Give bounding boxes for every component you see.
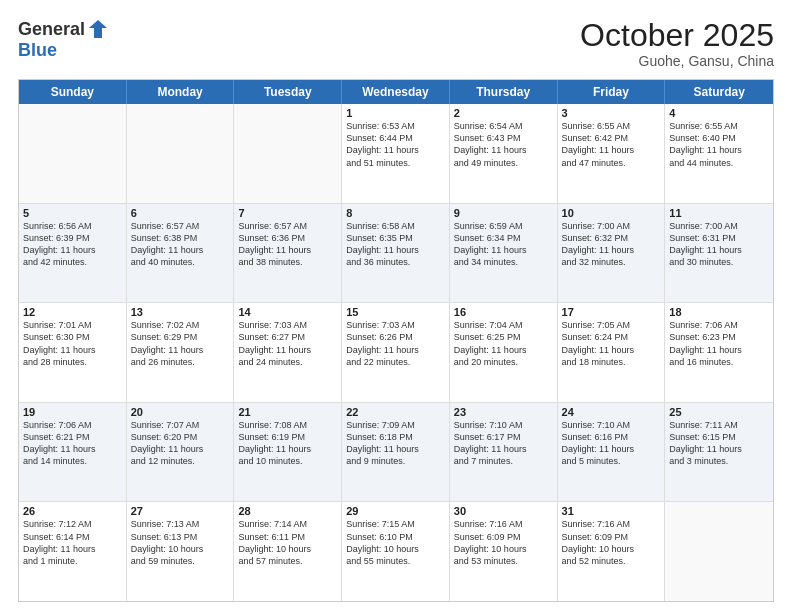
cell-text-r4-c2: Sunrise: 7:14 AM Sunset: 6:11 PM Dayligh… bbox=[238, 518, 337, 567]
cell-text-r2-c3: Sunrise: 7:03 AM Sunset: 6:26 PM Dayligh… bbox=[346, 319, 445, 368]
cal-cell-r2-c6: 18Sunrise: 7:06 AM Sunset: 6:23 PM Dayli… bbox=[665, 303, 773, 402]
logo-bird-icon bbox=[87, 18, 109, 40]
day-number-13: 13 bbox=[131, 306, 230, 318]
cell-text-r4-c3: Sunrise: 7:15 AM Sunset: 6:10 PM Dayligh… bbox=[346, 518, 445, 567]
day-number-26: 26 bbox=[23, 505, 122, 517]
cell-text-r3-c4: Sunrise: 7:10 AM Sunset: 6:17 PM Dayligh… bbox=[454, 419, 553, 468]
cal-cell-r1-c1: 6Sunrise: 6:57 AM Sunset: 6:38 PM Daylig… bbox=[127, 204, 235, 303]
cell-text-r2-c2: Sunrise: 7:03 AM Sunset: 6:27 PM Dayligh… bbox=[238, 319, 337, 368]
cal-cell-r1-c6: 11Sunrise: 7:00 AM Sunset: 6:31 PM Dayli… bbox=[665, 204, 773, 303]
cal-cell-r4-c4: 30Sunrise: 7:16 AM Sunset: 6:09 PM Dayli… bbox=[450, 502, 558, 601]
cell-text-r1-c3: Sunrise: 6:58 AM Sunset: 6:35 PM Dayligh… bbox=[346, 220, 445, 269]
cal-cell-r3-c2: 21Sunrise: 7:08 AM Sunset: 6:19 PM Dayli… bbox=[234, 403, 342, 502]
cal-cell-r1-c0: 5Sunrise: 6:56 AM Sunset: 6:39 PM Daylig… bbox=[19, 204, 127, 303]
cal-cell-r4-c2: 28Sunrise: 7:14 AM Sunset: 6:11 PM Dayli… bbox=[234, 502, 342, 601]
cal-cell-r0-c5: 3Sunrise: 6:55 AM Sunset: 6:42 PM Daylig… bbox=[558, 104, 666, 203]
cal-cell-r3-c3: 22Sunrise: 7:09 AM Sunset: 6:18 PM Dayli… bbox=[342, 403, 450, 502]
calendar-row-3: 19Sunrise: 7:06 AM Sunset: 6:21 PM Dayli… bbox=[19, 402, 773, 502]
day-number-21: 21 bbox=[238, 406, 337, 418]
logo-blue-text: Blue bbox=[18, 40, 57, 61]
day-number-18: 18 bbox=[669, 306, 769, 318]
day-number-1: 1 bbox=[346, 107, 445, 119]
header-friday: Friday bbox=[558, 80, 666, 104]
cal-cell-r2-c0: 12Sunrise: 7:01 AM Sunset: 6:30 PM Dayli… bbox=[19, 303, 127, 402]
cal-cell-r2-c3: 15Sunrise: 7:03 AM Sunset: 6:26 PM Dayli… bbox=[342, 303, 450, 402]
day-number-31: 31 bbox=[562, 505, 661, 517]
cell-text-r2-c4: Sunrise: 7:04 AM Sunset: 6:25 PM Dayligh… bbox=[454, 319, 553, 368]
cell-text-r2-c5: Sunrise: 7:05 AM Sunset: 6:24 PM Dayligh… bbox=[562, 319, 661, 368]
cell-text-r3-c3: Sunrise: 7:09 AM Sunset: 6:18 PM Dayligh… bbox=[346, 419, 445, 468]
cell-text-r3-c2: Sunrise: 7:08 AM Sunset: 6:19 PM Dayligh… bbox=[238, 419, 337, 468]
cal-cell-r2-c2: 14Sunrise: 7:03 AM Sunset: 6:27 PM Dayli… bbox=[234, 303, 342, 402]
cell-text-r4-c4: Sunrise: 7:16 AM Sunset: 6:09 PM Dayligh… bbox=[454, 518, 553, 567]
cal-cell-r1-c3: 8Sunrise: 6:58 AM Sunset: 6:35 PM Daylig… bbox=[342, 204, 450, 303]
cal-cell-r0-c4: 2Sunrise: 6:54 AM Sunset: 6:43 PM Daylig… bbox=[450, 104, 558, 203]
cell-text-r0-c3: Sunrise: 6:53 AM Sunset: 6:44 PM Dayligh… bbox=[346, 120, 445, 169]
day-number-6: 6 bbox=[131, 207, 230, 219]
header-tuesday: Tuesday bbox=[234, 80, 342, 104]
header: General Blue October 2025 Guohe, Gansu, … bbox=[18, 18, 774, 69]
page: General Blue October 2025 Guohe, Gansu, … bbox=[0, 0, 792, 612]
cal-cell-r0-c1 bbox=[127, 104, 235, 203]
cell-text-r1-c6: Sunrise: 7:00 AM Sunset: 6:31 PM Dayligh… bbox=[669, 220, 769, 269]
cell-text-r0-c4: Sunrise: 6:54 AM Sunset: 6:43 PM Dayligh… bbox=[454, 120, 553, 169]
day-number-8: 8 bbox=[346, 207, 445, 219]
cal-cell-r3-c6: 25Sunrise: 7:11 AM Sunset: 6:15 PM Dayli… bbox=[665, 403, 773, 502]
day-number-27: 27 bbox=[131, 505, 230, 517]
cell-text-r3-c0: Sunrise: 7:06 AM Sunset: 6:21 PM Dayligh… bbox=[23, 419, 122, 468]
day-number-10: 10 bbox=[562, 207, 661, 219]
calendar-body: 1Sunrise: 6:53 AM Sunset: 6:44 PM Daylig… bbox=[19, 104, 773, 601]
cal-cell-r4-c5: 31Sunrise: 7:16 AM Sunset: 6:09 PM Dayli… bbox=[558, 502, 666, 601]
day-number-19: 19 bbox=[23, 406, 122, 418]
cal-cell-r0-c3: 1Sunrise: 6:53 AM Sunset: 6:44 PM Daylig… bbox=[342, 104, 450, 203]
cal-cell-r0-c6: 4Sunrise: 6:55 AM Sunset: 6:40 PM Daylig… bbox=[665, 104, 773, 203]
logo: General Blue bbox=[18, 18, 109, 61]
day-number-22: 22 bbox=[346, 406, 445, 418]
cell-text-r3-c1: Sunrise: 7:07 AM Sunset: 6:20 PM Dayligh… bbox=[131, 419, 230, 468]
cal-cell-r4-c3: 29Sunrise: 7:15 AM Sunset: 6:10 PM Dayli… bbox=[342, 502, 450, 601]
day-number-20: 20 bbox=[131, 406, 230, 418]
day-number-29: 29 bbox=[346, 505, 445, 517]
cell-text-r2-c0: Sunrise: 7:01 AM Sunset: 6:30 PM Dayligh… bbox=[23, 319, 122, 368]
day-number-25: 25 bbox=[669, 406, 769, 418]
day-number-24: 24 bbox=[562, 406, 661, 418]
cal-cell-r4-c6 bbox=[665, 502, 773, 601]
title-area: October 2025 Guohe, Gansu, China bbox=[580, 18, 774, 69]
cell-text-r3-c6: Sunrise: 7:11 AM Sunset: 6:15 PM Dayligh… bbox=[669, 419, 769, 468]
cal-cell-r2-c4: 16Sunrise: 7:04 AM Sunset: 6:25 PM Dayli… bbox=[450, 303, 558, 402]
day-number-4: 4 bbox=[669, 107, 769, 119]
header-thursday: Thursday bbox=[450, 80, 558, 104]
cal-cell-r3-c1: 20Sunrise: 7:07 AM Sunset: 6:20 PM Dayli… bbox=[127, 403, 235, 502]
cal-cell-r3-c0: 19Sunrise: 7:06 AM Sunset: 6:21 PM Dayli… bbox=[19, 403, 127, 502]
logo-general-text: General bbox=[18, 19, 85, 40]
cell-text-r2-c6: Sunrise: 7:06 AM Sunset: 6:23 PM Dayligh… bbox=[669, 319, 769, 368]
day-number-7: 7 bbox=[238, 207, 337, 219]
day-number-28: 28 bbox=[238, 505, 337, 517]
cal-cell-r1-c2: 7Sunrise: 6:57 AM Sunset: 6:36 PM Daylig… bbox=[234, 204, 342, 303]
calendar-row-0: 1Sunrise: 6:53 AM Sunset: 6:44 PM Daylig… bbox=[19, 104, 773, 203]
calendar-row-1: 5Sunrise: 6:56 AM Sunset: 6:39 PM Daylig… bbox=[19, 203, 773, 303]
cell-text-r0-c6: Sunrise: 6:55 AM Sunset: 6:40 PM Dayligh… bbox=[669, 120, 769, 169]
day-number-2: 2 bbox=[454, 107, 553, 119]
cal-cell-r0-c0 bbox=[19, 104, 127, 203]
day-number-23: 23 bbox=[454, 406, 553, 418]
day-number-5: 5 bbox=[23, 207, 122, 219]
cell-text-r4-c1: Sunrise: 7:13 AM Sunset: 6:13 PM Dayligh… bbox=[131, 518, 230, 567]
cell-text-r1-c2: Sunrise: 6:57 AM Sunset: 6:36 PM Dayligh… bbox=[238, 220, 337, 269]
header-monday: Monday bbox=[127, 80, 235, 104]
calendar-row-4: 26Sunrise: 7:12 AM Sunset: 6:14 PM Dayli… bbox=[19, 501, 773, 601]
cal-cell-r2-c5: 17Sunrise: 7:05 AM Sunset: 6:24 PM Dayli… bbox=[558, 303, 666, 402]
cell-text-r4-c5: Sunrise: 7:16 AM Sunset: 6:09 PM Dayligh… bbox=[562, 518, 661, 567]
cell-text-r1-c5: Sunrise: 7:00 AM Sunset: 6:32 PM Dayligh… bbox=[562, 220, 661, 269]
header-sunday: Sunday bbox=[19, 80, 127, 104]
cal-cell-r1-c4: 9Sunrise: 6:59 AM Sunset: 6:34 PM Daylig… bbox=[450, 204, 558, 303]
header-saturday: Saturday bbox=[665, 80, 773, 104]
cell-text-r0-c5: Sunrise: 6:55 AM Sunset: 6:42 PM Dayligh… bbox=[562, 120, 661, 169]
cal-cell-r4-c1: 27Sunrise: 7:13 AM Sunset: 6:13 PM Dayli… bbox=[127, 502, 235, 601]
cal-cell-r1-c5: 10Sunrise: 7:00 AM Sunset: 6:32 PM Dayli… bbox=[558, 204, 666, 303]
day-number-11: 11 bbox=[669, 207, 769, 219]
day-number-3: 3 bbox=[562, 107, 661, 119]
day-number-16: 16 bbox=[454, 306, 553, 318]
calendar: Sunday Monday Tuesday Wednesday Thursday… bbox=[18, 79, 774, 602]
cal-cell-r4-c0: 26Sunrise: 7:12 AM Sunset: 6:14 PM Dayli… bbox=[19, 502, 127, 601]
